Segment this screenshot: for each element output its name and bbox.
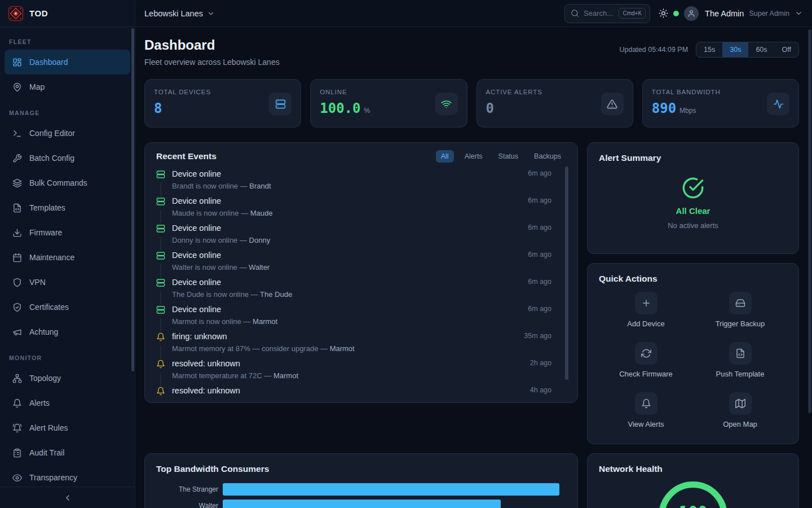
user-menu-chevron-icon[interactable]	[795, 9, 803, 17]
sidebar-item-icon	[12, 203, 22, 213]
event-type-icon	[156, 278, 165, 287]
event-title: resolved: unknown	[172, 386, 530, 395]
sidebar-item[interactable]: Certificates	[5, 295, 130, 319]
network-health-title: Network Health	[599, 464, 663, 474]
sidebar-item[interactable]: Transparency	[5, 465, 130, 487]
search-input[interactable]: Search... Cmd+K	[564, 4, 650, 23]
fleet-selector[interactable]: Lebowski Lanes	[144, 9, 215, 18]
event-filter-tabs: AllAlertsStatusBackups	[436, 150, 566, 163]
sidebar-item-label: Map	[29, 82, 45, 91]
sidebar-item[interactable]: Bulk Commands	[5, 170, 130, 195]
sidebar-scrollbar[interactable]	[131, 28, 134, 371]
event-timestamp: 6m ago	[528, 196, 551, 204]
event-type-icon	[156, 387, 165, 396]
sidebar-item-icon	[12, 178, 22, 188]
stat-value: 100.0	[320, 100, 360, 116]
sidebar-collapse-button[interactable]	[0, 487, 135, 508]
sidebar-item[interactable]: Achtung	[5, 319, 130, 344]
event-row[interactable]: firing: unknown Marmot memory at 87% — c…	[156, 332, 551, 359]
bandwidth-bar	[223, 500, 501, 508]
refresh-interval-option[interactable]: 30s	[722, 42, 748, 57]
event-row[interactable]: Device online Brandt is now online — Bra…	[156, 169, 551, 196]
bandwidth-device-label: The Stranger	[156, 485, 218, 493]
sidebar: TOD FLEET Dashboard Map MANAGE	[0, 0, 135, 508]
event-title: Device online	[172, 196, 528, 205]
sidebar-item[interactable]: Alerts	[5, 391, 130, 415]
sidebar-item[interactable]: Dashboard	[5, 50, 130, 75]
event-type-icon	[156, 360, 165, 369]
stat-icon	[607, 99, 617, 110]
events-list: Device online Brandt is now online — Bra…	[156, 169, 566, 397]
event-timestamp: 2h ago	[530, 359, 551, 367]
events-scrollbar[interactable]	[565, 167, 568, 380]
event-row[interactable]: Device online Donny is now online — Donn…	[156, 224, 551, 251]
event-row[interactable]: Device online The Dude is now online — T…	[156, 278, 551, 305]
event-row[interactable]: Device online Walter is now online — Wal…	[156, 251, 551, 278]
sidebar-item-label: Certificates	[29, 303, 69, 312]
sidebar-item[interactable]: Alert Rules	[5, 415, 130, 440]
quick-action[interactable]: Open Map	[693, 392, 787, 428]
event-description: Maude is now online — Maude	[172, 209, 528, 217]
quick-action-label: Add Device	[627, 319, 664, 328]
sidebar-item[interactable]: VPN	[5, 270, 130, 295]
sidebar-item[interactable]: Firmware	[5, 220, 130, 245]
sidebar-item-icon	[12, 473, 22, 483]
sidebar-item-label: Templates	[29, 203, 65, 212]
user-icon	[687, 10, 695, 17]
event-title: Device online	[172, 278, 528, 287]
quick-action[interactable]: View Alerts	[599, 392, 693, 428]
event-title: Device online	[172, 251, 528, 260]
event-row[interactable]: Device online Maude is now online — Maud…	[156, 196, 551, 224]
event-title: Device online	[172, 169, 528, 178]
theme-toggle-sun-icon[interactable]	[659, 8, 668, 18]
refresh-interval-option[interactable]: 60s	[748, 42, 774, 57]
sidebar-item[interactable]: Map	[5, 75, 130, 99]
event-filter-tab[interactable]: Alerts	[460, 150, 488, 163]
stat-icon-chip	[435, 93, 458, 115]
event-filter-tab[interactable]: Status	[493, 150, 523, 163]
quick-action-icon	[735, 398, 745, 409]
stat-icon	[275, 99, 286, 110]
check-circle-icon	[682, 177, 704, 199]
sidebar-item[interactable]: Audit Trail	[5, 440, 130, 465]
quick-action-icon	[641, 398, 651, 409]
bandwidth-card: Top Bandwidth Consumers The Stranger Wal…	[144, 453, 578, 508]
refresh-interval-option[interactable]: Off	[775, 42, 798, 57]
event-filter-tab[interactable]: Backups	[529, 150, 566, 163]
event-device-name: Maude	[250, 209, 273, 217]
event-row[interactable]: resolved: unknown 4h ago	[156, 386, 551, 397]
sidebar-item-label: Dashboard	[29, 58, 68, 67]
sidebar-item[interactable]: Templates	[5, 195, 130, 220]
sidebar-item-label: Transparency	[29, 473, 77, 482]
user-name: The Admin	[705, 9, 744, 18]
sidebar-item-label: Batch Config	[29, 154, 74, 163]
alert-summary-status: All Clear	[676, 206, 710, 216]
sidebar-item[interactable]: Maintenance	[5, 245, 130, 270]
event-device-name: Walter	[249, 263, 270, 271]
topbar: Lebowski Lanes Search... Cmd+K The Admin…	[135, 0, 812, 27]
sidebar-item-icon	[12, 82, 22, 92]
event-row[interactable]: Device online Marmot is now online — Mar…	[156, 305, 551, 332]
refresh-interval-option[interactable]: 15s	[696, 42, 722, 57]
sidebar-item[interactable]: Topology	[5, 366, 130, 391]
sidebar-item[interactable]: Config Editor	[5, 121, 130, 146]
event-row[interactable]: resolved: unknown Marmot temperature at …	[156, 359, 551, 386]
main-scrollbar[interactable]	[808, 29, 811, 413]
quick-action[interactable]: Add Device	[599, 292, 693, 328]
sidebar-item[interactable]: Batch Config	[5, 146, 130, 170]
quick-action[interactable]: Push Template	[693, 342, 787, 378]
quick-action-label: Check Firmware	[619, 370, 673, 378]
event-filter-tab[interactable]: All	[436, 150, 454, 163]
sidebar-item-icon	[12, 129, 22, 138]
quick-action-icon	[641, 348, 651, 358]
main: Lebowski Lanes Search... Cmd+K The Admin…	[135, 0, 812, 508]
avatar[interactable]	[684, 6, 699, 21]
chevron-down-icon	[207, 10, 215, 17]
event-title: Device online	[172, 224, 528, 233]
sidebar-item-label: Firmware	[29, 228, 62, 237]
event-description: Marmot memory at 87% — consider upgrade …	[172, 344, 524, 353]
sidebar-item-label: Audit Trail	[29, 448, 64, 457]
quick-action-tile	[729, 292, 752, 314]
quick-action[interactable]: Check Firmware	[599, 342, 693, 378]
quick-action[interactable]: Trigger Backup	[693, 292, 787, 328]
